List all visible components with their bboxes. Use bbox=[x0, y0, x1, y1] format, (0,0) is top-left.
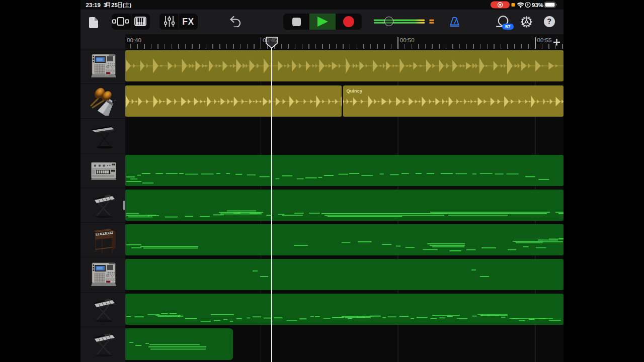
svg-text:(: ( bbox=[123, 2, 125, 8]
svg-text:93%: 93% bbox=[532, 2, 543, 8]
svg-text:): ) bbox=[129, 2, 131, 8]
svg-text:25: 25 bbox=[111, 2, 118, 8]
